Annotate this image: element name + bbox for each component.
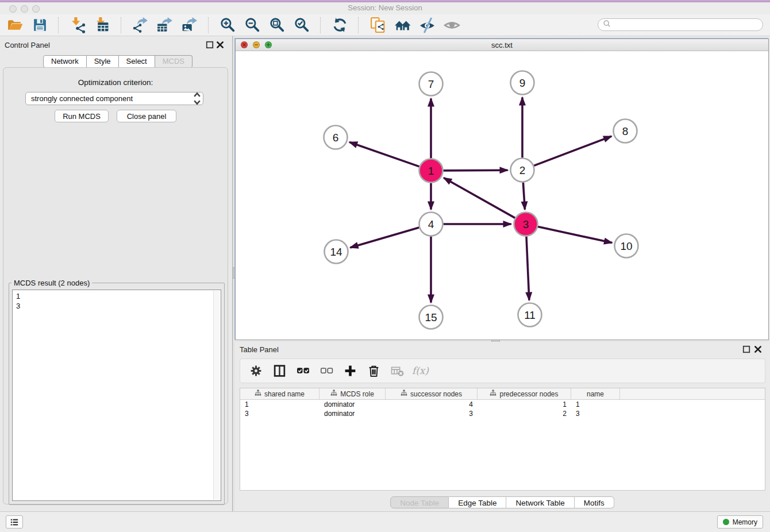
mcds-result-group: MCDS result (2 nodes) 1 3: [9, 283, 225, 505]
graph-node-14[interactable]: 14: [325, 240, 348, 264]
delete-table-icon: [391, 364, 404, 377]
table-cell-mcds-role: dominator: [319, 409, 386, 418]
attribute-tree-icon: [401, 390, 407, 398]
tab-motifs[interactable]: Motifs: [575, 496, 614, 508]
table-row[interactable]: 1dominator411: [240, 400, 765, 409]
column-header-shared-name[interactable]: shared name: [240, 388, 319, 399]
mcds-result-text: 1 3: [13, 290, 214, 500]
column-header-successor-nodes[interactable]: successor nodes: [386, 388, 478, 399]
column-header-name[interactable]: name: [571, 388, 620, 399]
clone-network-button[interactable]: [367, 16, 388, 35]
attribute-tree-icon: [255, 390, 261, 398]
table-panel-float-button[interactable]: [742, 345, 750, 353]
application-window: Session: New Session Control Panel Netwo…: [0, 0, 770, 532]
export-table-button[interactable]: [155, 16, 175, 35]
home-button[interactable]: [392, 16, 413, 35]
graph-edge-3-10[interactable]: [538, 227, 612, 243]
search-input[interactable]: [613, 19, 763, 30]
import-network-button[interactable]: [67, 16, 88, 35]
table-panel: Table Panel f(x) shared nameMCDS rolesuc…: [234, 342, 770, 511]
graph-edge-4-14[interactable]: [351, 228, 419, 248]
gear-icon: [249, 364, 263, 377]
graph-edge-1-6[interactable]: [349, 142, 419, 167]
gear-button[interactable]: [248, 363, 263, 380]
graph-edge-3-11[interactable]: [526, 237, 529, 300]
save-button[interactable]: [29, 16, 50, 35]
task-history-button[interactable]: [6, 515, 23, 529]
graph-edge-1-2[interactable]: [444, 170, 508, 171]
mcds-result-area[interactable]: 1 3: [12, 290, 221, 501]
select-all-button[interactable]: [295, 363, 310, 380]
graph-node-10[interactable]: 10: [615, 234, 638, 258]
tab-network[interactable]: Network: [43, 55, 87, 68]
search-box: [598, 18, 763, 31]
graph-node-3[interactable]: 3: [514, 213, 538, 236]
open-file-button[interactable]: [5, 16, 25, 35]
graph-node-label: 10: [620, 240, 632, 252]
toolbar-separator: [320, 17, 321, 33]
tab-network-table[interactable]: Network Table: [507, 496, 575, 508]
control-panel-tabs: NetworkStyleSelectMCDS: [43, 55, 192, 68]
zoom-out-icon: [244, 17, 261, 33]
zoom-selected-button[interactable]: [291, 16, 312, 35]
toolbar-separator: [208, 17, 209, 33]
graph-node-15[interactable]: 15: [419, 306, 443, 329]
run-mcds-button[interactable]: Run MCDS: [55, 110, 109, 122]
add-button[interactable]: [342, 363, 357, 380]
delete-button[interactable]: [366, 363, 381, 380]
search-icon: [603, 20, 611, 30]
graph-node-9[interactable]: 9: [511, 71, 534, 95]
graph-edge-3-1[interactable]: [444, 178, 515, 218]
table-cell-shared-name: 3: [240, 409, 319, 418]
tab-edge-table[interactable]: Edge Table: [449, 496, 506, 508]
tab-node-table[interactable]: Node Table: [390, 496, 449, 508]
graph-node-4[interactable]: 4: [419, 213, 443, 236]
column-header-label: MCDS role: [340, 390, 374, 398]
zoom-out-button[interactable]: [242, 16, 263, 35]
tab-mcds[interactable]: MCDS: [155, 55, 192, 68]
network-canvas[interactable]: 7968124314101511: [236, 51, 768, 340]
column-header-mcds-role[interactable]: MCDS role: [319, 388, 386, 399]
select-all-icon: [297, 364, 310, 377]
table-row[interactable]: 3dominator323: [240, 409, 765, 418]
graph-node-6[interactable]: 6: [324, 126, 348, 149]
app-title: Session: New Session: [0, 3, 770, 12]
columns-button[interactable]: [272, 363, 287, 380]
export-image-button[interactable]: [179, 16, 200, 35]
refresh-button[interactable]: [329, 16, 350, 35]
show-all-icon: [444, 17, 460, 33]
zoom-fit-button[interactable]: [267, 16, 287, 35]
zoom-in-icon: [220, 17, 236, 33]
close-panel-button[interactable]: Close panel: [117, 110, 176, 122]
criterion-select[interactable]: strongly connected component: [25, 92, 203, 105]
export-network-button[interactable]: [130, 16, 151, 35]
zoom-in-button[interactable]: [217, 16, 238, 35]
hide-selected-icon: [419, 17, 436, 33]
graph-node-label: 15: [425, 311, 437, 323]
graph-node-2[interactable]: 2: [511, 159, 534, 182]
tab-style[interactable]: Style: [87, 55, 119, 68]
node-table: shared nameMCDS rolesuccessor nodesprede…: [240, 388, 765, 491]
import-table-button[interactable]: [92, 16, 113, 35]
control-panel-float-button[interactable]: [206, 41, 214, 49]
tab-select[interactable]: Select: [119, 55, 155, 68]
graph-edge-2-8[interactable]: [534, 136, 611, 165]
graph-node-11[interactable]: 11: [518, 303, 542, 327]
graph-node-7[interactable]: 7: [419, 72, 443, 96]
graph-node-1[interactable]: 1: [419, 159, 443, 183]
zoom-selected-icon: [294, 17, 310, 33]
hide-selected-button[interactable]: [417, 16, 437, 35]
unselect-all-button[interactable]: [319, 363, 334, 380]
memory-status-icon: [723, 519, 729, 525]
graph-edge-2-3[interactable]: [523, 183, 525, 210]
column-header-predecessor-nodes[interactable]: predecessor nodes: [478, 388, 571, 399]
clone-network-icon: [369, 17, 386, 33]
mcds-result-scrollbar[interactable]: [213, 291, 220, 500]
optimization-criterion-label: Optimization criterion:: [3, 78, 228, 87]
table-panel-close-button[interactable]: [754, 345, 762, 353]
svg-text:f(x): f(x): [412, 365, 429, 376]
main-toolbar: [0, 14, 770, 36]
memory-button[interactable]: Memory: [717, 515, 763, 529]
graph-node-8[interactable]: 8: [614, 119, 637, 143]
control-panel-close-button[interactable]: [216, 41, 224, 49]
